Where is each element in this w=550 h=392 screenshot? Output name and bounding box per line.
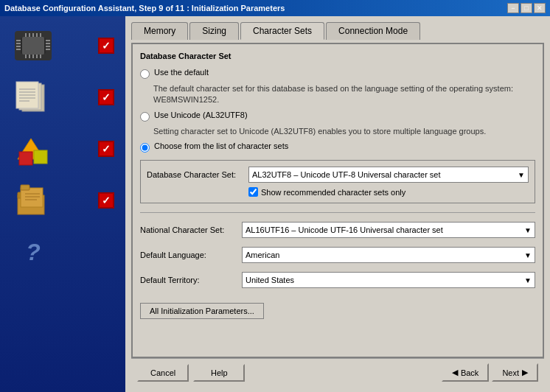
- svg-rect-7: [46, 43, 50, 44]
- svg-rect-18: [36, 54, 38, 58]
- section-title: Database Character Set: [140, 52, 535, 60]
- question-icon: ?: [18, 237, 48, 267]
- tab-character-sets[interactable]: Character Sets: [240, 22, 324, 40]
- choose-section: Database Character Set: AL32UTF8 – Unico…: [140, 160, 535, 203]
- db-charset-select[interactable]: AL32UTF8 – Unicode UTF-8 Universal chara…: [248, 167, 529, 183]
- docs-icon-box: [11, 79, 55, 116]
- chip-icon: [15, 31, 52, 60]
- sidebar-item-4: ✓: [7, 178, 118, 223]
- next-label: Next: [502, 368, 519, 377]
- svg-rect-11: [29, 33, 30, 38]
- svg-rect-16: [29, 54, 30, 58]
- radio-default[interactable]: [140, 69, 150, 79]
- window-controls: − □ ✕: [507, 3, 546, 13]
- docs-icon: [15, 79, 52, 116]
- show-recommended-checkbox[interactable]: [248, 187, 258, 197]
- footer: Cancel Help ◀ Back Next ▶: [131, 358, 544, 386]
- radio-choose-row: Choose from the list of character sets: [140, 141, 535, 153]
- question-icon-box: ?: [11, 234, 55, 270]
- bottom-bar: All Initialization Parameters...: [140, 297, 535, 322]
- svg-rect-2: [16, 40, 21, 41]
- radio-default-row: Use the default: [140, 68, 535, 79]
- radio-default-label: Use the default: [154, 68, 209, 77]
- national-charset-value: AL16UTF16 – Unicode UTF-16 Universal cha…: [246, 225, 443, 234]
- tab-connection-mode[interactable]: Connection Mode: [326, 22, 420, 40]
- cancel-button[interactable]: Cancel: [137, 364, 189, 382]
- radio-default-desc: The default character set for this datab…: [153, 83, 535, 106]
- svg-rect-34: [21, 185, 29, 190]
- national-charset-label: National Character Set:: [140, 225, 236, 234]
- sidebar-item-5: ?: [7, 230, 118, 274]
- checkmark-1: ✓: [98, 38, 114, 54]
- back-arrow-icon: ◀: [452, 368, 458, 377]
- svg-rect-29: [19, 152, 32, 165]
- svg-rect-1: [24, 41, 43, 51]
- default-territory-row: Default Territory: United States ▼: [140, 272, 535, 288]
- help-button[interactable]: Help: [193, 364, 245, 382]
- title-bar: Database Configuration Assistant, Step 9…: [0, 0, 550, 16]
- main-container: ✓ ✓: [0, 16, 550, 392]
- back-button[interactable]: ◀ Back: [442, 363, 489, 382]
- next-arrow-icon: ▶: [522, 368, 528, 377]
- chip-icon-box: [11, 27, 55, 64]
- checkmark-4: ✓: [98, 192, 114, 209]
- radio-choose[interactable]: [140, 143, 150, 153]
- all-init-params-button[interactable]: All Initialization Parameters...: [140, 303, 264, 319]
- sidebar-item-2: ✓: [7, 75, 118, 119]
- radio-unicode-row: Use Unicode (AL32UTF8): [140, 111, 535, 122]
- svg-rect-8: [46, 46, 50, 47]
- shapes-icon-box: [11, 130, 55, 167]
- window-title: Database Configuration Assistant, Step 9…: [4, 4, 285, 13]
- show-recommended-label: Show recommended character sets only: [261, 188, 405, 197]
- chip-svg: [15, 32, 52, 60]
- files-icon-box: [11, 182, 55, 219]
- national-charset-select[interactable]: AL16UTF16 – Unicode UTF-16 Universal cha…: [242, 222, 535, 238]
- svg-rect-14: [40, 33, 41, 38]
- db-charset-label: Database Character Set:: [147, 170, 243, 179]
- default-territory-select[interactable]: United States ▼: [242, 272, 535, 288]
- db-charset-arrow: ▼: [518, 171, 525, 179]
- separator: [140, 212, 535, 213]
- default-lang-row: Default Language: American ▼: [140, 247, 535, 263]
- default-territory-value: United States: [246, 276, 294, 284]
- svg-rect-19: [40, 54, 41, 58]
- minimize-button[interactable]: −: [507, 3, 519, 13]
- svg-rect-13: [36, 33, 38, 38]
- tab-sizing[interactable]: Sizing: [189, 22, 239, 40]
- svg-rect-10: [25, 33, 27, 38]
- radio-unicode-desc: Setting character set to Unicode (AL32UT…: [153, 126, 535, 137]
- national-charset-row: National Character Set: AL16UTF16 – Unic…: [140, 222, 535, 238]
- svg-rect-5: [16, 49, 21, 50]
- tab-memory[interactable]: Memory: [131, 22, 188, 40]
- national-charset-arrow: ▼: [524, 226, 532, 234]
- shapes-icon: [15, 131, 52, 167]
- svg-rect-33: [21, 188, 43, 207]
- content-area: Memory Sizing Character Sets Connection …: [125, 16, 550, 392]
- svg-rect-15: [25, 54, 27, 58]
- default-lang-value: American: [246, 251, 279, 259]
- svg-rect-9: [46, 49, 50, 50]
- maximize-button[interactable]: □: [521, 3, 532, 13]
- radio-choose-label: Choose from the list of character sets: [154, 141, 288, 150]
- show-recommended-row: Show recommended character sets only: [248, 187, 529, 197]
- tabs-bar: Memory Sizing Character Sets Connection …: [131, 22, 544, 40]
- svg-rect-4: [16, 46, 21, 47]
- radio-unicode-label: Use Unicode (AL32UTF8): [154, 111, 248, 119]
- sidebar-item-3: ✓: [7, 127, 118, 171]
- checkmark-2: ✓: [98, 89, 114, 105]
- svg-rect-30: [34, 150, 47, 164]
- close-button[interactable]: ✕: [534, 3, 546, 13]
- default-lang-select[interactable]: American ▼: [242, 247, 535, 263]
- default-territory-label: Default Territory:: [140, 276, 236, 284]
- files-icon: [15, 182, 52, 219]
- db-charset-row: Database Character Set: AL32UTF8 – Unico…: [147, 167, 529, 183]
- radio-unicode[interactable]: [140, 112, 150, 122]
- svg-rect-0: [21, 38, 46, 54]
- svg-rect-6: [46, 40, 50, 41]
- svg-rect-12: [32, 33, 34, 38]
- svg-rect-3: [16, 43, 21, 44]
- next-button[interactable]: Next ▶: [492, 363, 538, 382]
- panel: Database Character Set Use the default T…: [131, 43, 544, 358]
- radio-group: Use the default The default character se…: [140, 68, 535, 153]
- default-territory-arrow: ▼: [524, 276, 532, 284]
